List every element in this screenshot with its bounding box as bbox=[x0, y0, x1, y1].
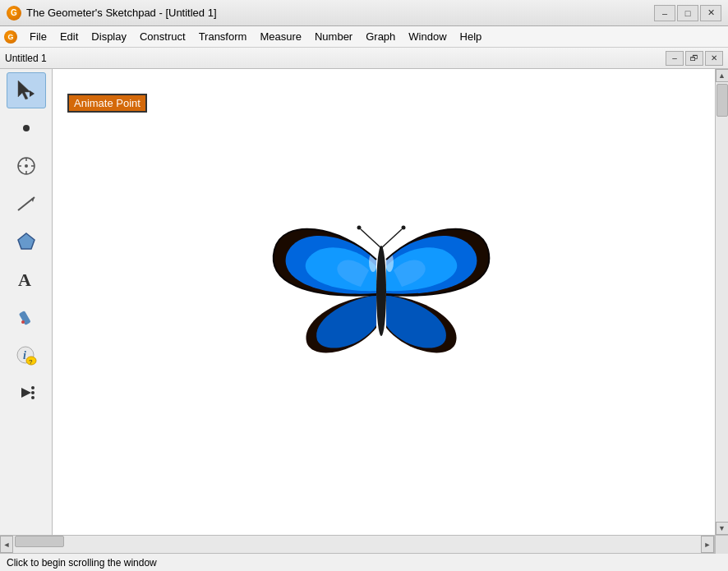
svg-text:A: A bbox=[18, 269, 31, 290]
svg-line-24 bbox=[361, 229, 381, 248]
selection-tool-button[interactable] bbox=[7, 72, 46, 108]
menu-window[interactable]: Window bbox=[402, 29, 453, 44]
main-layout: A i ? bbox=[0, 69, 728, 535]
inner-minimize-button[interactable]: – bbox=[666, 51, 684, 66]
line-tool-button[interactable] bbox=[7, 186, 46, 222]
menu-transform[interactable]: Transform bbox=[192, 29, 254, 44]
inner-restore-button[interactable]: 🗗 bbox=[685, 51, 703, 66]
compass-tool-button[interactable] bbox=[7, 148, 46, 184]
menu-number[interactable]: Number bbox=[308, 29, 359, 44]
svg-point-27 bbox=[402, 226, 406, 230]
inner-title-text: Untitled 1 bbox=[5, 53, 666, 64]
polygon-tool-button[interactable] bbox=[7, 223, 46, 260]
svg-point-23 bbox=[376, 246, 386, 336]
app-icon: G bbox=[7, 6, 21, 21]
close-button[interactable]: ✕ bbox=[700, 5, 721, 21]
horizontal-scrollbar[interactable]: ◄ ► bbox=[0, 536, 715, 553]
inner-title-bar: Untitled 1 – 🗗 ✕ bbox=[0, 48, 728, 69]
scroll-left-button[interactable]: ◄ bbox=[0, 536, 13, 553]
svg-point-22 bbox=[31, 386, 35, 389]
scroll-thumb-h[interactable] bbox=[15, 536, 64, 547]
animation-tool-button[interactable] bbox=[7, 375, 46, 411]
svg-marker-11 bbox=[18, 233, 35, 249]
butterfly-svg bbox=[266, 200, 496, 381]
menu-measure[interactable]: Measure bbox=[253, 29, 308, 44]
line-icon bbox=[15, 192, 38, 215]
menu-bar: G File Edit Display Construct Transform … bbox=[0, 26, 728, 48]
butterfly-image bbox=[266, 200, 496, 381]
text-tool-button[interactable]: A bbox=[7, 261, 46, 297]
info-tool-button[interactable]: i ? bbox=[7, 337, 46, 373]
maximize-button[interactable]: □ bbox=[677, 5, 698, 21]
svg-rect-13 bbox=[18, 311, 30, 325]
scroll-down-button[interactable]: ▼ bbox=[716, 522, 729, 535]
menu-construct[interactable]: Construct bbox=[133, 29, 192, 44]
scrollbar-corner bbox=[715, 536, 728, 554]
svg-point-2 bbox=[23, 125, 30, 131]
marker-tool-button[interactable] bbox=[7, 299, 46, 335]
svg-marker-0 bbox=[18, 81, 30, 99]
title-bar-controls: – □ ✕ bbox=[654, 5, 721, 21]
animate-point-label: Animate Point bbox=[67, 94, 147, 113]
menu-file[interactable]: File bbox=[23, 29, 53, 44]
menu-logo: G bbox=[3, 30, 18, 44]
menu-edit[interactable]: Edit bbox=[53, 29, 85, 44]
scroll-track-v[interactable] bbox=[716, 82, 728, 522]
status-bar: Click to begin scrolling the window bbox=[0, 553, 728, 571]
svg-marker-1 bbox=[30, 90, 35, 97]
status-text: Click to begin scrolling the window bbox=[7, 557, 157, 569]
point-icon bbox=[15, 117, 38, 140]
svg-point-25 bbox=[357, 226, 362, 230]
arrow-icon bbox=[15, 79, 38, 102]
marker-icon bbox=[15, 306, 38, 329]
scroll-up-button[interactable]: ▲ bbox=[716, 69, 729, 82]
bottom-area: ◄ ► bbox=[0, 535, 728, 553]
polygon-icon bbox=[15, 230, 38, 253]
menu-display[interactable]: Display bbox=[85, 29, 133, 44]
svg-point-4 bbox=[25, 164, 28, 168]
inner-title-controls: – 🗗 ✕ bbox=[666, 51, 723, 66]
scroll-right-button[interactable]: ► bbox=[701, 536, 714, 553]
inner-close-button[interactable]: ✕ bbox=[705, 51, 723, 66]
animation-icon bbox=[15, 381, 38, 404]
vertical-scrollbar[interactable]: ▲ ▼ bbox=[715, 69, 728, 535]
text-icon: A bbox=[15, 268, 38, 291]
svg-text:i: i bbox=[23, 349, 26, 361]
point-tool-button[interactable] bbox=[7, 110, 46, 146]
svg-line-26 bbox=[381, 229, 402, 248]
compass-icon bbox=[15, 154, 38, 177]
svg-text:?: ? bbox=[29, 358, 33, 366]
canvas-area[interactable]: Animate Point bbox=[53, 69, 715, 535]
scroll-track-h[interactable] bbox=[13, 536, 701, 553]
menu-help[interactable]: Help bbox=[454, 29, 489, 44]
svg-point-21 bbox=[31, 396, 35, 399]
svg-point-14 bbox=[21, 320, 25, 324]
menu-graph[interactable]: Graph bbox=[359, 29, 402, 44]
scroll-thumb-v[interactable] bbox=[716, 84, 728, 117]
svg-point-20 bbox=[31, 391, 35, 394]
toolbar: A i ? bbox=[0, 69, 53, 535]
svg-marker-19 bbox=[21, 388, 31, 398]
title-bar-text: The Geometer's Sketchpad - [Untitled 1] bbox=[26, 7, 654, 19]
title-bar: G The Geometer's Sketchpad - [Untitled 1… bbox=[0, 0, 728, 26]
minimize-button[interactable]: – bbox=[654, 5, 675, 21]
info-icon: i ? bbox=[15, 343, 38, 366]
